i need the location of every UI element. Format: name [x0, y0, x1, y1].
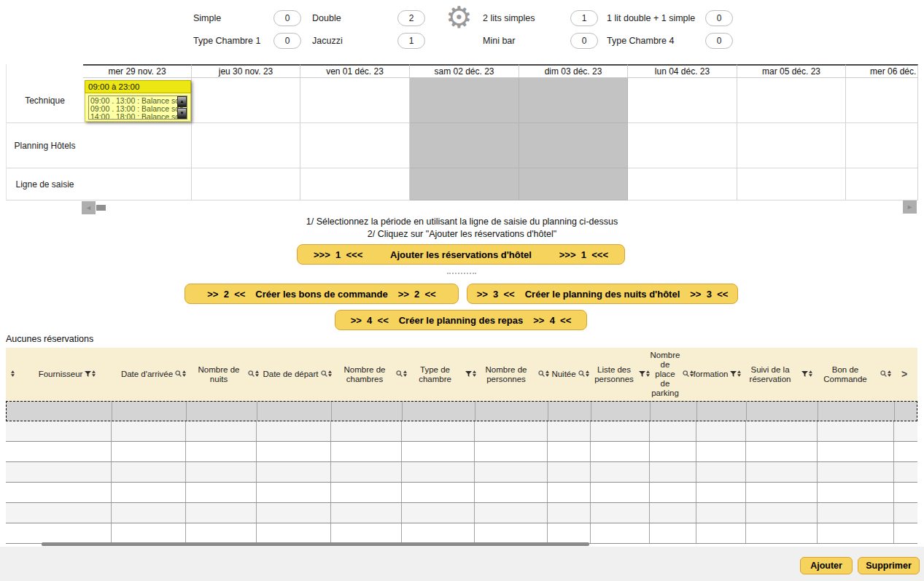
column-header-nombre-de-place-de-parking[interactable]: Nombre de place de parking: [650, 348, 694, 401]
table-cell[interactable]: [186, 421, 257, 441]
sort-icon[interactable]: [92, 370, 96, 379]
table-cell[interactable]: [894, 421, 917, 441]
table-cell[interactable]: [548, 483, 591, 502]
event-entry-list[interactable]: 09:00 . 13:00 : Balance son09:00 . 13:00…: [88, 95, 187, 120]
table-cell[interactable]: [591, 523, 650, 543]
planning-cell[interactable]: [846, 168, 918, 200]
table-cell[interactable]: [746, 421, 818, 441]
search-icon[interactable]: [538, 370, 545, 379]
splitter-handle[interactable]: [447, 273, 476, 274]
table-cell[interactable]: [746, 462, 818, 482]
planning-cell[interactable]: [83, 123, 192, 168]
planning-cell[interactable]: [83, 168, 192, 200]
planning-cell[interactable]: [628, 168, 737, 200]
create-meals-planning-button[interactable]: >> 4 << Créer le planning des repas >> 4…: [335, 310, 587, 330]
column-header-nombre-de-nuits[interactable]: Nombre de nuits: [192, 348, 259, 401]
planning-cell[interactable]: [192, 78, 300, 123]
table-cell[interactable]: [331, 442, 402, 461]
planning-cell[interactable]: [519, 123, 628, 168]
table-cell[interactable]: [650, 462, 696, 482]
table-cell[interactable]: [591, 402, 651, 421]
table-cell[interactable]: [257, 503, 331, 523]
table-cell[interactable]: [747, 402, 818, 421]
table-scrollbar-thumb[interactable]: [42, 542, 589, 546]
table-cell[interactable]: [650, 442, 696, 461]
table-cell[interactable]: [475, 483, 548, 502]
table-cell[interactable]: [7, 402, 112, 421]
table-cell[interactable]: [818, 421, 894, 441]
table-cell[interactable]: [548, 402, 591, 421]
table-cell[interactable]: [402, 462, 475, 482]
planning-cell[interactable]: [300, 78, 410, 123]
table-cell[interactable]: [187, 402, 257, 421]
planning-cell[interactable]: [628, 78, 737, 123]
table-cell[interactable]: [331, 462, 402, 482]
table-cell[interactable]: [746, 483, 818, 502]
planning-scrollbar-thumb[interactable]: [96, 205, 106, 211]
table-cell[interactable]: [475, 523, 548, 543]
planning-cell[interactable]: [846, 123, 918, 168]
table-cell[interactable]: [650, 503, 696, 523]
table-cell[interactable]: [650, 523, 696, 543]
planning-cell[interactable]: [410, 78, 519, 123]
column-header-type-de-chambre[interactable]: Type de chambre: [407, 348, 476, 401]
table-cell[interactable]: [257, 402, 332, 421]
planning-cell[interactable]: [192, 168, 300, 200]
sort-icon[interactable]: [328, 370, 332, 379]
table-cell[interactable]: [894, 503, 917, 523]
column-header-fournisseur[interactable]: Fournisseur: [19, 348, 115, 401]
column-header-nuit-e[interactable]: Nuitée: [549, 348, 591, 401]
table-cell[interactable]: [6, 503, 112, 523]
planning-cell[interactable]: [410, 168, 519, 200]
filter-icon[interactable]: [801, 370, 808, 379]
table-cell[interactable]: [403, 402, 475, 421]
table-row[interactable]: [6, 523, 917, 544]
supprimer-button[interactable]: Supprimer: [858, 557, 920, 574]
planning-cell[interactable]: [300, 168, 410, 200]
table-cell[interactable]: [746, 442, 818, 461]
search-icon[interactable]: [248, 370, 255, 379]
table-cell[interactable]: [475, 402, 548, 421]
chevron-right-icon[interactable]: >: [901, 370, 907, 379]
table-cell[interactable]: [894, 462, 917, 482]
table-cell[interactable]: [818, 503, 894, 523]
sort-icon[interactable]: [586, 370, 589, 379]
double-count-input[interactable]: [397, 10, 425, 26]
search-icon[interactable]: [175, 370, 182, 379]
table-cell[interactable]: [746, 503, 818, 523]
table-cell[interactable]: [186, 442, 257, 461]
table-cell[interactable]: [818, 483, 894, 502]
table-cell[interactable]: [818, 442, 894, 461]
table-cell[interactable]: [475, 462, 548, 482]
table-cell[interactable]: [696, 523, 746, 543]
table-cell[interactable]: [696, 483, 746, 502]
filter-icon[interactable]: [85, 370, 91, 379]
table-cell[interactable]: [697, 402, 747, 421]
table-cell[interactable]: [402, 483, 475, 502]
table-cell[interactable]: [6, 421, 112, 441]
twin-beds-count-input[interactable]: [570, 10, 598, 26]
table-cell[interactable]: [112, 503, 186, 523]
table-cell[interactable]: [257, 421, 331, 441]
column-header-bon-de-commande[interactable]: Bon de Commande: [812, 348, 891, 401]
search-icon[interactable]: [321, 370, 327, 379]
table-cell[interactable]: [186, 462, 257, 482]
table-cell[interactable]: [112, 483, 186, 502]
search-icon[interactable]: [578, 370, 585, 379]
table-cell[interactable]: [591, 421, 650, 441]
create-hotel-nights-planning-button[interactable]: >> 3 << Créer le planning des nuits d'hô…: [467, 284, 738, 304]
planning-cell[interactable]: [410, 123, 519, 168]
table-cell[interactable]: [548, 421, 591, 441]
gear-icon[interactable]: ⚙: [446, 1, 473, 34]
table-cell[interactable]: [6, 483, 112, 502]
type-chambre-4-count-input[interactable]: [705, 33, 733, 49]
table-cell[interactable]: [475, 421, 548, 441]
table-cell[interactable]: [895, 402, 918, 421]
table-cell[interactable]: [548, 523, 591, 543]
table-cell[interactable]: [331, 503, 402, 523]
planning-cell[interactable]: [519, 168, 628, 200]
table-row[interactable]: [6, 503, 917, 523]
table-cell[interactable]: [6, 523, 112, 543]
column-header-liste-des-personnes[interactable]: Liste des personnes: [591, 348, 650, 401]
table-row[interactable]: [6, 483, 917, 503]
